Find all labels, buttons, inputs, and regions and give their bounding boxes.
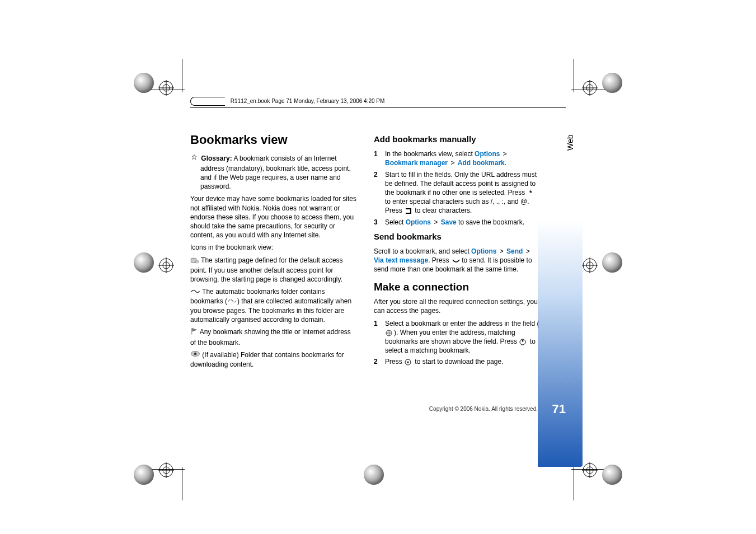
link-add-bookmark: Add bookmark — [458, 159, 505, 167]
link-bookmark-manager: Bookmark manager — [385, 159, 448, 167]
scroll-up-key-icon — [519, 339, 528, 345]
disclaimer-text: Your device may have some bookmarks load… — [190, 194, 358, 240]
mc-step-2: 2 Press to start to download the page. — [374, 357, 542, 366]
link-save: Save — [441, 218, 457, 226]
icon-desc-4: (If available) Folder that contains book… — [190, 350, 358, 369]
step-3: 3 Select Options > Save to save the book… — [374, 218, 542, 227]
header-text: R1112_en.book Page 71 Monday, February 1… — [231, 98, 385, 104]
icon-desc-2: The automatic bookmarks folder contains … — [190, 287, 358, 324]
page-number: 71 — [552, 402, 566, 416]
icon-desc-1: The starting page defined for the defaul… — [190, 256, 358, 284]
sphere-decoration-icon — [602, 465, 622, 485]
link-via-text: Via text message — [374, 256, 428, 264]
section-tab: Web — [566, 137, 575, 151]
registration-mark-icon — [582, 257, 598, 273]
page-edge-gradient — [538, 221, 583, 467]
svg-point-31 — [522, 340, 524, 341]
auto-bookmarks-folder-icon — [190, 288, 200, 297]
sphere-decoration-icon — [364, 465, 384, 485]
step-2: 2 Start to fill in the fields. Only the … — [374, 170, 542, 216]
svg-point-27 — [194, 353, 197, 355]
link-options: Options — [475, 150, 500, 158]
clear-key-icon — [404, 208, 413, 214]
sphere-decoration-icon — [602, 252, 622, 273]
call-key-icon — [451, 257, 460, 264]
svg-text:*: * — [529, 190, 532, 196]
link-options-3: Options — [471, 247, 496, 255]
home-page-icon — [190, 256, 199, 266]
auto-bookmark-item-icon — [227, 297, 237, 306]
add-bookmarks-steps: 1 In the bookmarks view, select Options … — [374, 149, 542, 227]
svg-point-33 — [407, 362, 409, 363]
heading-add-bookmarks: Add bookmarks manually — [374, 134, 542, 145]
heading-bookmarks-view: Bookmarks view — [190, 132, 358, 148]
sphere-decoration-icon — [134, 73, 154, 93]
make-connection-steps: 1 Select a bookmark or enter the address… — [374, 319, 542, 367]
sphere-decoration-icon — [134, 465, 154, 485]
registration-mark-icon — [582, 462, 598, 478]
download-folder-icon — [190, 350, 200, 359]
send-bookmarks-text: Scroll to a bookmark, and select Options… — [374, 247, 542, 274]
heading-make-connection: Make a connection — [374, 280, 542, 294]
right-column: Add bookmarks manually 1 In the bookmark… — [374, 132, 542, 372]
left-column: Bookmarks view Glossary: A bookmark cons… — [190, 132, 358, 372]
make-connection-intro: After you store all the required connect… — [374, 297, 542, 315]
globe-field-icon — [385, 330, 394, 336]
link-send: Send — [506, 247, 523, 255]
center-key-icon — [404, 359, 413, 366]
step-1: 1 In the bookmarks view, select Options … — [374, 149, 542, 167]
sphere-decoration-icon — [134, 252, 154, 273]
sphere-decoration-icon — [602, 73, 622, 93]
glossary-bulb-icon — [190, 154, 198, 164]
bookmark-flag-icon — [190, 327, 198, 338]
registration-mark-icon — [582, 80, 598, 96]
icon-desc-3: Any bookmark showing the title or Intern… — [190, 327, 358, 346]
header-arrow-icon — [190, 97, 224, 106]
registration-mark-icon — [158, 462, 174, 478]
book-header: R1112_en.book Page 71 Monday, February 1… — [190, 97, 384, 106]
mc-step-1: 1 Select a bookmark or enter the address… — [374, 319, 542, 355]
icons-intro-text: Icons in the bookmark view: — [190, 243, 358, 252]
link-options-2: Options — [406, 218, 431, 226]
registration-mark-icon — [158, 257, 174, 273]
glossary-label: Glossary: — [201, 154, 232, 162]
glossary-paragraph: Glossary: A bookmark consists of an Inte… — [190, 154, 358, 191]
heading-send-bookmarks: Send bookmarks — [374, 231, 542, 242]
svg-point-25 — [195, 260, 198, 263]
star-key-icon: * — [527, 190, 536, 196]
registration-mark-icon — [158, 80, 174, 96]
